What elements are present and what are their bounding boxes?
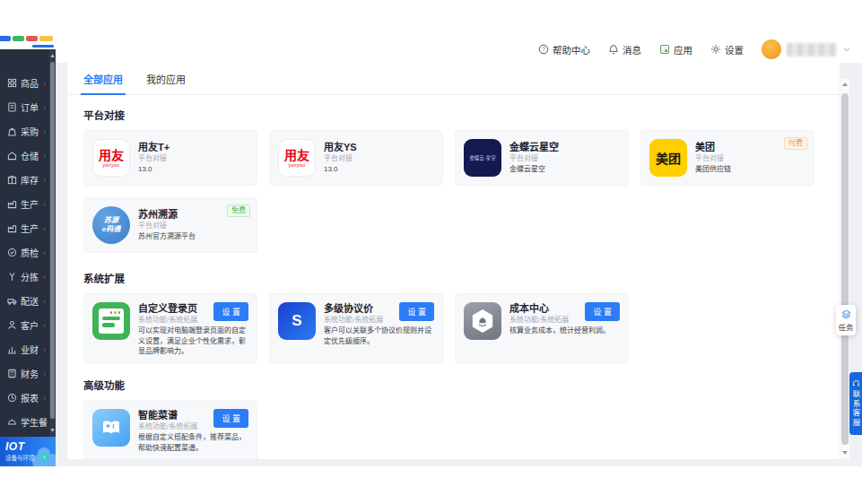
app-desc: 苏州官方溯源平台 xyxy=(138,231,248,242)
app-window: ? 帮助中心 消息 应用 设置 商品› xyxy=(0,0,862,504)
sidebar-scrollbar[interactable]: ▲ ▼ xyxy=(49,49,56,437)
messages-button[interactable]: 消息 xyxy=(608,43,641,56)
sidebar-item-customers[interactable]: 客户› xyxy=(0,313,56,337)
contact-support-tab[interactable]: 联系客服 xyxy=(849,372,862,435)
sidebar-item-quality[interactable]: 质检› xyxy=(0,240,56,265)
contact-label: 联系客服 xyxy=(850,390,861,428)
meal-icon xyxy=(7,417,17,427)
login-page-icon xyxy=(92,302,130,340)
app-logo xyxy=(0,0,56,49)
app-name: 智能菜谱 xyxy=(138,409,209,421)
sidebar-item-purchase[interactable]: 采购› xyxy=(0,119,56,143)
iot-title: IOT xyxy=(5,440,56,453)
clock-icon xyxy=(7,393,17,403)
sidebar-item-reports[interactable]: 报表› xyxy=(0,386,56,410)
app-category: 平台对接 xyxy=(138,221,248,231)
app-card-cost-center[interactable]: 成本中心 系统功能/系统拓展 核算业务成本，统计经营利润。 设 置 xyxy=(455,293,629,363)
sidebar-item-production-2[interactable]: 生产› xyxy=(0,216,56,240)
app-desc: 美团供应链 xyxy=(695,164,805,175)
sidebar-item-warehouse[interactable]: 仓储› xyxy=(0,143,56,168)
app-desc: 13.0 xyxy=(324,164,434,175)
apps-panel: 全部应用 我的应用 平台对接 用友 yonyou 用友T+ 平台对接 13.0 xyxy=(67,63,840,459)
logo-underline xyxy=(32,45,54,48)
box-icon xyxy=(7,175,17,185)
kingdee-icon: 金蝶云·星空 xyxy=(464,139,501,177)
device-cube-icon: ‹ xyxy=(40,453,48,461)
app-name: 用友YS xyxy=(324,141,434,153)
app-card-yonyou-tplus[interactable]: 用友 yonyou 用友T+ 平台对接 13.0 xyxy=(83,130,257,186)
app-desc: 根据自定义搭配条件，推荐菜品，帮助快速配置菜谱。 xyxy=(138,432,248,453)
svg-text:?: ? xyxy=(542,46,545,52)
sidebar-item-business-finance[interactable]: 业财› xyxy=(0,337,56,361)
tab-all-apps[interactable]: 全部应用 xyxy=(83,63,123,94)
sidebar-item-sorting[interactable]: 分拣› xyxy=(0,265,56,289)
house-hand-icon xyxy=(476,315,489,327)
iot-banner[interactable]: IOT 设备与环境 ‹ xyxy=(0,437,56,466)
app-desc: 客户可以关联多个协议价规则并设定优先级顺序。 xyxy=(324,326,434,346)
app-desc: 13.0 xyxy=(138,164,248,175)
logo-bar-yellow xyxy=(39,36,53,41)
sidebar-item-finance[interactable]: 财务› xyxy=(0,361,56,386)
layers-icon xyxy=(841,309,851,319)
app-desc: 核算业务成本，统计经营利润。 xyxy=(509,326,620,336)
task-widget[interactable]: 任务 xyxy=(836,305,856,335)
scroll-down-icon[interactable] xyxy=(840,448,849,457)
user-menu[interactable] xyxy=(762,39,851,59)
chevron-right-icon: › xyxy=(43,176,46,185)
app-card-suzhou-trace[interactable]: 免费 苏源 e码通 苏州溯源 平台对接 苏州官方溯源平台 xyxy=(83,197,257,253)
configure-button[interactable]: 设 置 xyxy=(399,302,434,321)
chevron-right-icon: › xyxy=(43,224,46,233)
sidebar-item-goods[interactable]: 商品› xyxy=(0,71,56,95)
scroll-thumb[interactable] xyxy=(841,93,849,445)
logo-bar-red xyxy=(26,36,38,41)
scroll-up-icon[interactable]: ▲ xyxy=(49,51,56,60)
chevron-right-icon: › xyxy=(43,127,46,136)
configure-button[interactable]: 设 置 xyxy=(213,302,248,321)
apps-tabs: 全部应用 我的应用 xyxy=(67,63,840,95)
panel-scrollbar[interactable] xyxy=(840,79,849,459)
app-category: 平台对接 xyxy=(695,153,805,164)
split-icon xyxy=(7,272,17,282)
sidebar-scroll-thumb[interactable] xyxy=(50,62,55,419)
sidebar-item-student-meal[interactable]: 学生餐 xyxy=(0,410,56,434)
app-card-smart-recipe[interactable]: 智能菜谱 系统功能/系统拓展 根据自定义搭配条件，推荐菜品，帮助快速配置菜谱。 … xyxy=(83,400,257,459)
scroll-up-icon[interactable] xyxy=(840,81,849,90)
section-title-system: 系统扩展 xyxy=(83,271,840,285)
app-card-multilevel-price[interactable]: S 多级协议价 系统功能/系统拓展 客户可以关联多个协议价规则并设定优先级顺序。… xyxy=(269,293,443,363)
yonyou-icon: 用友 yonyou xyxy=(92,139,130,177)
bell-icon xyxy=(608,44,619,55)
sidebar-item-orders[interactable]: 订单› xyxy=(0,95,56,119)
app-card-kingdee[interactable]: 金蝶云·星空 金蝶云星空 平台对接 金蝶云星空 xyxy=(455,130,629,186)
configure-button[interactable]: 设 置 xyxy=(585,302,620,321)
chevron-right-icon: › xyxy=(43,297,46,306)
app-name: 自定义登录页 xyxy=(138,302,209,315)
app-card-yonyou-ys[interactable]: 用友 yonyou 用友YS 平台对接 13.0 xyxy=(269,130,443,186)
app-desc: 金蝶云星空 xyxy=(509,164,620,175)
app-category: 平台对接 xyxy=(324,153,434,164)
factory-icon xyxy=(7,223,17,233)
system-card-row: 自定义登录页 系统功能/系统拓展 可以实现对电脑端登录页面的自定义设置，满足企业… xyxy=(83,293,840,363)
help-center-button[interactable]: ? 帮助中心 xyxy=(538,43,590,56)
app-card-meituan[interactable]: 付费 美团 美团 平台对接 美团供应链 xyxy=(640,130,814,186)
chevron-right-icon: › xyxy=(43,248,46,257)
platform-card-row-2: 免费 苏源 e码通 苏州溯源 平台对接 苏州官方溯源平台 xyxy=(83,197,840,253)
sidebar-nav: 商品› 订单› 采购› 仓储› 库存› 生产› 生产› 质检› 分拣› 配送› … xyxy=(0,49,56,437)
configure-button[interactable]: 设 置 xyxy=(213,409,248,428)
scroll-down-icon[interactable]: ▼ xyxy=(49,426,56,435)
user-icon xyxy=(7,320,17,330)
settings-button[interactable]: 设置 xyxy=(710,43,744,56)
apps-button[interactable]: 应用 xyxy=(659,43,692,56)
top-header: ? 帮助中心 消息 应用 设置 xyxy=(56,0,862,63)
app-name: 金蝶云星空 xyxy=(509,141,620,153)
app-name: 用友T+ xyxy=(138,141,248,153)
sidebar-item-production-1[interactable]: 生产› xyxy=(0,192,56,216)
tab-my-apps[interactable]: 我的应用 xyxy=(146,63,186,94)
chevron-right-icon: › xyxy=(43,200,46,209)
yonyou-icon: 用友 yonyou xyxy=(278,139,316,177)
sidebar-item-delivery[interactable]: 配送› xyxy=(0,289,56,313)
app-card-custom-login[interactable]: 自定义登录页 系统功能/系统拓展 可以实现对电脑端登录页面的自定义设置，满足企业… xyxy=(83,293,257,363)
truck-icon xyxy=(7,296,17,306)
sidebar-item-inventory[interactable]: 库存› xyxy=(0,168,56,192)
bag-icon xyxy=(7,126,17,136)
recipe-book-icon xyxy=(92,409,130,447)
